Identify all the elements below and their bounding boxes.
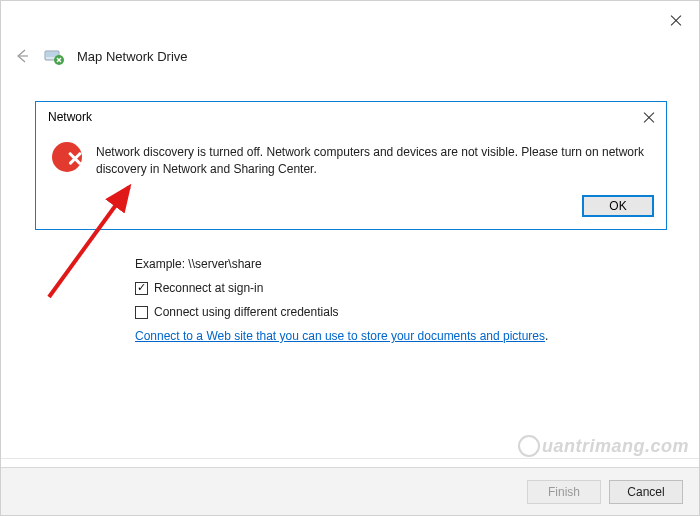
folder-example-label: Example: \\server\share <box>135 257 655 271</box>
dialog-titlebar: Network <box>36 102 666 130</box>
link-period: . <box>545 329 548 343</box>
different-credentials-checkbox[interactable] <box>135 306 148 319</box>
footer-separator <box>1 458 699 459</box>
dialog-message: Network discovery is turned off. Network… <box>96 142 652 179</box>
different-credentials-checkbox-row[interactable]: Connect using different credentials <box>135 305 655 319</box>
network-drive-icon <box>43 45 65 67</box>
dialog-title: Network <box>48 110 92 124</box>
wizard-body: Example: \\server\share Reconnect at sig… <box>135 257 655 343</box>
reconnect-checkbox[interactable] <box>135 282 148 295</box>
dialog-content: Network discovery is turned off. Network… <box>36 130 666 187</box>
wizard-header: Map Network Drive <box>13 45 188 67</box>
error-icon <box>52 142 82 172</box>
back-arrow-icon[interactable] <box>13 47 31 65</box>
network-error-dialog: Network Network discovery is turned off.… <box>35 101 667 230</box>
wizard-button-bar: Finish Cancel <box>1 467 699 515</box>
wizard-title: Map Network Drive <box>77 49 188 64</box>
ok-button[interactable]: OK <box>582 195 654 217</box>
connect-website-row: Connect to a Web site that you can use t… <box>135 329 655 343</box>
watermark: uantrimang.com <box>518 435 689 457</box>
dialog-button-row: OK <box>36 187 666 229</box>
reconnect-label: Reconnect at sign-in <box>154 281 263 295</box>
connect-website-link[interactable]: Connect to a Web site that you can use t… <box>135 329 545 343</box>
reconnect-checkbox-row[interactable]: Reconnect at sign-in <box>135 281 655 295</box>
different-credentials-label: Connect using different credentials <box>154 305 339 319</box>
window-close-button[interactable] <box>669 13 683 27</box>
dialog-close-button[interactable] <box>642 110 656 124</box>
cancel-button[interactable]: Cancel <box>609 480 683 504</box>
watermark-icon <box>518 435 540 457</box>
watermark-text: uantrimang.com <box>542 436 689 457</box>
finish-button: Finish <box>527 480 601 504</box>
